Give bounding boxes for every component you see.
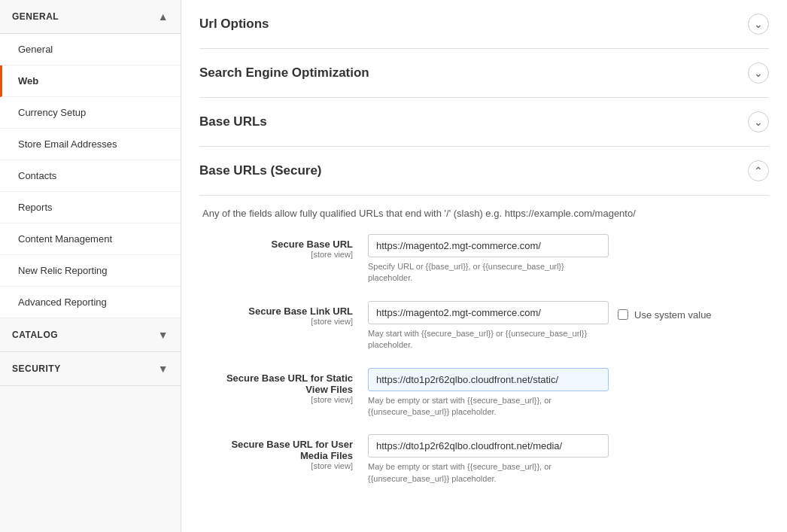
chevron-down-icon-base-urls: ⌄	[754, 116, 763, 128]
section-base-urls[interactable]: Base URLs ⌄	[199, 98, 769, 147]
sublabel-secure-base-link-url: [store view]	[202, 317, 353, 326]
sidebar-section-catalog-chevron: ▼	[158, 329, 169, 341]
input-col-secure-base-url-media: May be empty or start with {{secure_base…	[368, 434, 766, 485]
sidebar-item-new-relic[interactable]: New Relic Reporting	[0, 255, 181, 287]
label-secure-base-url-static: Secure Base URL for Static View Files	[202, 372, 353, 395]
label-secure-base-link-url: Secure Base Link URL	[202, 306, 353, 317]
chevron-up-icon: ⌃	[754, 165, 763, 177]
section-seo[interactable]: Search Engine Optimization ⌄	[199, 49, 769, 98]
sidebar-section-security[interactable]: SECURITY ▼	[0, 352, 181, 386]
form-row-secure-base-url: Secure Base URL [store view] Specify URL…	[199, 234, 769, 284]
input-col-secure-base-link-url: Use system value May start with {{secure…	[368, 301, 766, 351]
input-col-secure-base-url: Specify URL or {{base_url}}, or {{unsecu…	[368, 234, 766, 284]
sublabel-secure-base-url: [store view]	[202, 250, 353, 259]
input-secure-base-url-static[interactable]	[368, 368, 609, 391]
label-col-secure-base-url-media: Secure Base URL for User Media Files [st…	[202, 434, 368, 470]
sidebar-section-catalog[interactable]: CATALOG ▼	[0, 318, 181, 352]
input-secure-base-url-media[interactable]	[368, 434, 609, 458]
sidebar-item-advanced-reporting[interactable]: Advanced Reporting	[0, 287, 181, 318]
sublabel-secure-base-url-media: [store view]	[202, 461, 353, 470]
help-secure-base-url: Specify URL or {{base_url}}, or {{unsecu…	[368, 261, 609, 284]
sidebar-section-general-chevron: ▲	[158, 11, 169, 23]
input-secure-base-url[interactable]	[368, 234, 609, 257]
help-secure-base-url-media: May be empty or start with {{secure_base…	[368, 461, 609, 485]
section-base-urls-secure-toggle[interactable]: ⌃	[748, 160, 769, 181]
sidebar: GENERAL ▲ General Web Currency Setup Sto…	[0, 0, 181, 532]
sidebar-item-content-management[interactable]: Content Management	[0, 223, 181, 255]
main-content: Url Options ⌄ Search Engine Optimization…	[181, 0, 787, 532]
sidebar-item-currency-setup[interactable]: Currency Setup	[0, 97, 181, 129]
sidebar-section-general[interactable]: GENERAL ▲	[0, 0, 181, 34]
section-url-options[interactable]: Url Options ⌄	[199, 0, 769, 49]
base-urls-secure-content: Any of the fields allow fully qualified …	[199, 196, 769, 513]
section-base-urls-title: Base URLs	[199, 114, 267, 129]
chevron-down-icon: ⌄	[754, 18, 763, 30]
input-secure-base-link-url[interactable]	[368, 301, 609, 324]
input-col-secure-base-url-static: May be empty or start with {{secure_base…	[368, 368, 766, 418]
form-row-secure-base-link-url: Secure Base Link URL [store view] Use sy…	[199, 301, 769, 351]
sidebar-item-general[interactable]: General	[0, 34, 181, 65]
label-col-secure-base-link-url: Secure Base Link URL [store view]	[202, 301, 368, 326]
system-value-row: Use system value	[618, 309, 712, 321]
form-row-secure-base-url-static: Secure Base URL for Static View Files [s…	[199, 368, 769, 418]
section-seo-title: Search Engine Optimization	[199, 65, 369, 81]
label-secure-base-url: Secure Base URL	[202, 239, 353, 250]
label-col-secure-base-url-static: Secure Base URL for Static View Files [s…	[202, 368, 368, 404]
section-base-urls-secure-title: Base URLs (Secure)	[199, 163, 322, 178]
section-url-options-toggle[interactable]: ⌄	[748, 14, 769, 35]
system-value-label: Use system value	[634, 309, 712, 321]
label-col-secure-base-url: Secure Base URL [store view]	[202, 234, 368, 259]
help-secure-base-url-static: May be empty or start with {{secure_base…	[368, 395, 609, 418]
sidebar-section-security-chevron: ▼	[158, 363, 169, 375]
sidebar-item-reports[interactable]: Reports	[0, 192, 181, 223]
sidebar-item-contacts[interactable]: Contacts	[0, 160, 181, 192]
sidebar-section-general-label: GENERAL	[12, 11, 59, 22]
section-seo-toggle[interactable]: ⌄	[748, 62, 769, 84]
sidebar-section-security-label: SECURITY	[12, 363, 61, 374]
help-secure-base-link-url: May start with {{secure_base_url}} or {{…	[368, 328, 609, 351]
section-description: Any of the fields allow fully qualified …	[199, 208, 769, 219]
section-base-urls-secure[interactable]: Base URLs (Secure) ⌃	[199, 147, 769, 196]
sidebar-item-store-email[interactable]: Store Email Addresses	[0, 129, 181, 160]
sidebar-section-catalog-label: CATALOG	[12, 330, 58, 340]
label-secure-base-url-media: Secure Base URL for User Media Files	[202, 439, 353, 461]
form-row-secure-base-url-media: Secure Base URL for User Media Files [st…	[199, 434, 769, 485]
inline-row-link-url: Use system value	[368, 301, 766, 324]
sidebar-item-web[interactable]: Web	[0, 65, 181, 97]
system-value-checkbox[interactable]	[618, 309, 628, 320]
section-base-urls-toggle[interactable]: ⌄	[748, 111, 769, 132]
sublabel-secure-base-url-static: [store view]	[202, 395, 353, 404]
section-url-options-title: Url Options	[199, 17, 269, 32]
chevron-down-icon-seo: ⌄	[754, 67, 763, 79]
